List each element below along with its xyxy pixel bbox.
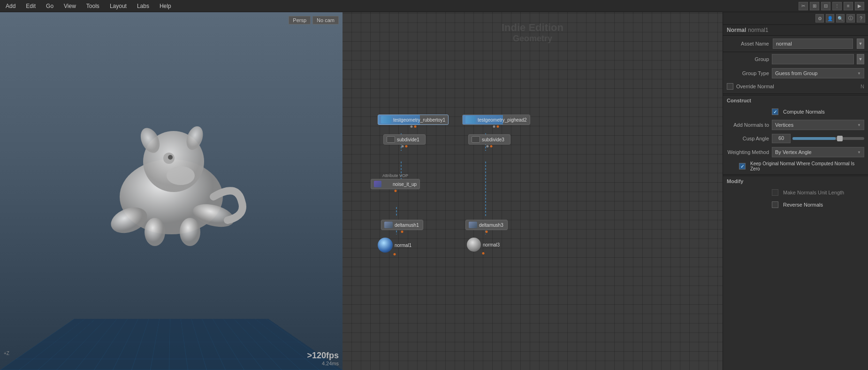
persp-button[interactable]: Persp [289, 16, 311, 24]
dot1 [394, 190, 396, 192]
tool-icon-table[interactable]: ≡ [844, 2, 853, 10]
menu-item-go[interactable]: Go [44, 2, 55, 10]
keep-original-row: ✓ Keep Original Normal Where Computed No… [723, 159, 868, 173]
panel-help-icon[interactable]: ? [857, 14, 865, 23]
node-thumb-subdivide3 [472, 136, 480, 143]
node-graph[interactable]: Indie Edition Geometry testgeometry_rubb [343, 12, 723, 370]
compute-normals-checkbox[interactable]: ✓ [772, 108, 778, 115]
panel-info-icon[interactable]: ⓘ [846, 14, 855, 23]
weighting-method-dropdown[interactable]: By Vertex Angle ▼ [772, 147, 864, 157]
asset-name-value[interactable]: normal [773, 39, 853, 49]
connections-svg [343, 12, 723, 370]
node-dots-sub1 [402, 145, 408, 147]
node-label-subdivide3: subdivide3 [482, 137, 504, 142]
node-testgeometry-pighead2[interactable]: testgeometry_pighead2 [462, 115, 530, 125]
viewport-3d[interactable]: Persp No cam >120fps 4.24ms +Z [0, 12, 343, 370]
node-deltamush3[interactable]: deltamush3 [465, 220, 508, 230]
panel-search-icon[interactable]: 🔍 [836, 14, 845, 23]
cusp-angle-slider-fill [792, 137, 836, 140]
svg-point-4 [167, 166, 195, 185]
group-type-dropdown[interactable]: Guess from Group ▼ [772, 68, 864, 78]
override-normal-checkbox[interactable] [727, 83, 733, 90]
node-subdivide1[interactable]: subdivide1 [383, 134, 426, 145]
node-subdivide3[interactable]: subdivide3 [468, 134, 510, 145]
panel-person-icon[interactable]: 👤 [826, 14, 834, 23]
compute-normals-label: Compute Normals [783, 109, 825, 115]
menu-item-tools[interactable]: Tools [84, 2, 101, 10]
node-label-subdivide1: subdivide1 [397, 137, 419, 142]
menu-item-layout[interactable]: Layout [108, 2, 129, 10]
tool-icon-columns[interactable]: ⋮ [832, 2, 842, 10]
node-normal1[interactable]: normal1 [378, 238, 411, 253]
tool-icon-arrow[interactable]: ▶ [855, 2, 864, 10]
graph-geometry-label: Geometry [502, 34, 563, 44]
cusp-angle-input[interactable]: 60 [772, 134, 791, 143]
menu-item-help[interactable]: Help [158, 2, 173, 10]
node-thumb-delta1 [384, 222, 393, 228]
panel-settings-icon[interactable]: ⚙ [815, 14, 824, 23]
cusp-angle-slider-container: 60 [772, 134, 864, 143]
graph-watermark: Indie Edition Geometry [502, 22, 563, 44]
reverse-normals-checkbox[interactable] [772, 201, 778, 208]
cusp-angle-slider-track[interactable] [792, 137, 864, 140]
node-dots-noise [394, 190, 396, 192]
menu-item-edit[interactable]: Edit [24, 2, 38, 10]
menu-item-labs[interactable]: Labs [135, 2, 151, 10]
node-thumb-delta3 [469, 222, 477, 228]
divider2 [723, 174, 868, 175]
add-normals-row: Add Normals to Vertices ▼ [723, 118, 868, 132]
node-thumb-noise2 [383, 181, 391, 187]
cusp-angle-label: Cusp Angle [727, 136, 769, 141]
divider1 [723, 93, 868, 94]
node-deltamush1[interactable]: deltamush1 [381, 220, 423, 230]
dot1 [394, 253, 396, 255]
tool-icon-grid[interactable]: ⊞ [810, 2, 819, 10]
add-normals-dropdown[interactable]: Vertices ▼ [772, 120, 864, 130]
group-arrow[interactable]: ▼ [857, 54, 864, 64]
node-noise-it-up[interactable]: Attribute VOP noise_it_up [371, 179, 420, 189]
node-label-rubbertoy: testgeometry_rubbertoy1 [393, 117, 445, 123]
dot2 [414, 125, 416, 128]
node-dots-sub3 [487, 145, 493, 147]
weighting-method-row: Weighting Method By Vertex Angle ▼ [723, 145, 868, 159]
override-normal-row: Override Normal N [723, 80, 868, 92]
dot1 [401, 231, 404, 233]
cam-button[interactable]: No cam [312, 16, 339, 24]
node-label-deltamush1: deltamush1 [395, 223, 419, 228]
weighting-method-arrow: ▼ [857, 150, 861, 154]
fps-value: >120fps [307, 351, 339, 361]
fps-ms: 4.24ms [307, 361, 339, 366]
node-dots-rubbertoy [410, 125, 416, 128]
make-unit-checkbox[interactable] [772, 189, 778, 196]
node-thumb-pighead [465, 116, 476, 123]
dot2 [497, 125, 499, 128]
reverse-normals-row: Reverse Normals [723, 199, 868, 211]
make-unit-label: Make Normals Unit Length [783, 190, 844, 195]
node-dots-delta3 [486, 231, 488, 233]
tool-icon-grid2[interactable]: ⊟ [821, 2, 830, 10]
group-type-label: Group Type [727, 70, 769, 76]
keep-original-label: Keep Original Normal Where Computed Norm… [750, 161, 864, 171]
node-testgeometry-rubbertoy1[interactable]: testgeometry_rubbertoy1 [378, 115, 449, 125]
cusp-angle-row: Cusp Angle 60 [723, 132, 868, 145]
asset-name-label: Asset Name [727, 41, 769, 46]
fps-counter: >120fps 4.24ms [307, 351, 339, 366]
menu-item-add[interactable]: Add [4, 2, 17, 10]
menu-item-view[interactable]: View [62, 2, 78, 10]
group-input[interactable] [772, 54, 854, 64]
node-label-normal1: normal1 [395, 243, 411, 248]
node-dots-pighead [493, 125, 499, 128]
keep-original-checkbox[interactable]: ✓ [739, 163, 746, 170]
node-thumb-normal3 [467, 238, 481, 252]
node-normal3[interactable]: normal3 [467, 238, 500, 252]
group-type-row: Group Type Guess from Group ▼ [723, 66, 868, 80]
tool-icon-scissors[interactable]: ✂ [799, 2, 808, 10]
cusp-angle-slider-thumb[interactable] [837, 136, 843, 141]
dot1 [486, 231, 488, 233]
asset-name-arrow[interactable]: ▼ [857, 39, 864, 49]
svg-point-10 [180, 218, 200, 246]
dot2 [490, 145, 493, 147]
make-unit-row: Make Normals Unit Length [723, 186, 868, 199]
viewport-controls: Persp No cam [289, 16, 339, 24]
panel-icon-bar: ⚙ 👤 🔍 ⓘ ? [723, 12, 868, 25]
